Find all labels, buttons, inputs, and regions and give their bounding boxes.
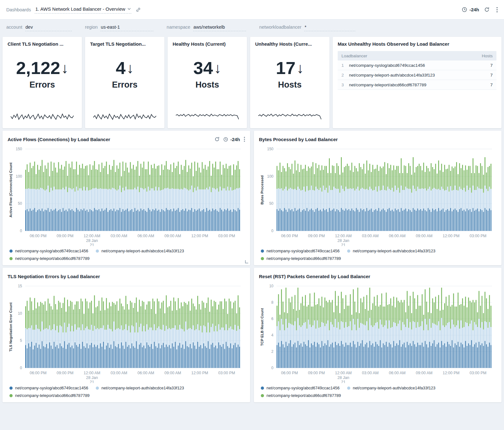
stat-value: 4↓ bbox=[90, 59, 159, 77]
filter-bar: account dev region us-east-1 namespace a… bbox=[0, 20, 504, 34]
series-color-dot bbox=[96, 387, 99, 390]
series-color-dot bbox=[261, 394, 264, 397]
svg-text:06:00 AM: 06:00 AM bbox=[138, 234, 154, 238]
time-range-label: -24h bbox=[469, 7, 479, 12]
svg-text:Active Flow (Connection) Count: Active Flow (Connection) Count bbox=[9, 163, 13, 218]
svg-text:150: 150 bbox=[16, 147, 22, 151]
svg-text:06:00 AM: 06:00 AM bbox=[138, 371, 154, 375]
svg-text:09:00 AM: 09:00 AM bbox=[164, 234, 181, 238]
legend-item[interactable]: net/company-syslog/abcd6749ccac1456 bbox=[9, 386, 88, 390]
stat-unit: Errors bbox=[90, 80, 159, 90]
filter-account-input[interactable]: dev bbox=[25, 25, 72, 31]
clock-icon bbox=[223, 137, 228, 142]
stat-title: Client TLS Negotiation ... bbox=[8, 41, 77, 47]
stats-row: Client TLS Negotiation ... 2,122↓ Errors… bbox=[0, 34, 504, 131]
svg-text:10: 10 bbox=[18, 311, 22, 316]
series-color-dot bbox=[9, 257, 13, 260]
filter-label: namespace bbox=[167, 25, 190, 30]
svg-text:5: 5 bbox=[20, 338, 22, 343]
svg-text:06:00 PM: 06:00 PM bbox=[281, 371, 298, 375]
legend-item[interactable]: net/company-teleport-auth/abcdce14fa33f1… bbox=[96, 386, 184, 390]
legend-label: net/company-teleport-auth/abcdce14fa33f1… bbox=[101, 249, 184, 253]
stat-card-healthy-hosts: Healthy Hosts (Current) 34↓ Hosts bbox=[168, 37, 247, 128]
legend-label: net/company-syslog/abcd6749ccac1456 bbox=[15, 249, 88, 253]
svg-text:0: 0 bbox=[271, 229, 273, 233]
filter-label: region bbox=[85, 25, 98, 30]
stat-title: Unhealthy Hosts (Curre... bbox=[255, 41, 324, 47]
row-index: 2 bbox=[341, 73, 348, 77]
max-unhealthy-hosts-panel: Max Unhealthy Hosts Observed by Load Bal… bbox=[333, 37, 501, 128]
legend-item[interactable]: net/company-teleport/abcd66cdf6787789 bbox=[9, 393, 89, 398]
hosts-value: 7 bbox=[490, 63, 493, 68]
trend-down-icon: ↓ bbox=[61, 60, 68, 76]
dashboard-title-dropdown[interactable]: 1. AWS Network Load Balancer - Overview bbox=[35, 6, 131, 14]
column-header-hosts: Hosts bbox=[482, 54, 493, 58]
svg-text:0: 0 bbox=[20, 366, 22, 370]
svg-text:03:00 PM: 03:00 PM bbox=[470, 234, 487, 238]
svg-text:03:00 AM: 03:00 AM bbox=[111, 234, 127, 238]
column-header-loadbalancer: Loadbalancer bbox=[341, 54, 482, 58]
kebab-menu-icon[interactable] bbox=[244, 137, 245, 142]
trend-down-icon: ↓ bbox=[127, 60, 134, 76]
legend-item[interactable]: net/company-syslog/abcd6749ccac1456 bbox=[9, 249, 88, 253]
legend-item[interactable]: net/company-teleport-auth/abcdce14fa33f1… bbox=[347, 386, 435, 390]
legend-item[interactable]: net/company-syslog/abcd6749ccac1456 bbox=[261, 386, 340, 390]
series-color-dot bbox=[9, 249, 13, 253]
legend-item[interactable]: net/company-teleport-auth/abcdce14fa33f1… bbox=[347, 249, 435, 253]
tls-errors-chart: 05101506:00 PM09:00 PM12:00 AM28 Jan2103… bbox=[8, 282, 245, 383]
stat-sparkline bbox=[11, 113, 74, 120]
svg-text:0: 0 bbox=[20, 229, 22, 233]
panel-time-range-label: -24h bbox=[230, 137, 240, 142]
page-title: 1. AWS Network Load Balancer - Overview bbox=[35, 6, 125, 12]
legend-item[interactable]: net/company-teleport/abcd66cdf6787789 bbox=[261, 256, 341, 261]
legend-item[interactable]: net/company-teleport-auth/abcdce14fa33f1… bbox=[96, 249, 184, 253]
legend-label: net/company-teleport-auth/abcdce14fa33f1… bbox=[353, 386, 435, 390]
table-row[interactable]: 3net/company-teleport/abcd66cdf67877897 bbox=[338, 80, 496, 90]
svg-text:21: 21 bbox=[341, 380, 346, 383]
active-flows-panel: Active Flows (Connections) by Load Balan… bbox=[3, 131, 250, 265]
stat-value: 2,122↓ bbox=[8, 59, 77, 77]
dashboards-breadcrumb[interactable]: Dashboards bbox=[6, 7, 31, 12]
stat-title: Healthy Hosts (Current) bbox=[173, 41, 242, 47]
filter-namespace-input[interactable]: aws/networkelb bbox=[193, 25, 246, 31]
svg-text:06:00 PM: 06:00 PM bbox=[30, 234, 47, 238]
link-icon[interactable] bbox=[136, 7, 141, 12]
table-row[interactable]: 1net/company-syslog/abcd6749ccac14567 bbox=[338, 60, 496, 70]
filter-region-input[interactable]: us-east-1 bbox=[100, 25, 153, 31]
refresh-icon[interactable] bbox=[215, 137, 220, 142]
series-color-dot bbox=[96, 249, 99, 253]
loadbalancer-name: net/company-syslog/abcd6749ccac1456 bbox=[349, 63, 490, 68]
legend-item[interactable]: net/company-teleport/abcd66cdf6787789 bbox=[9, 256, 89, 261]
table-row[interactable]: 2net/company-teleport-auth/abcdce14fa33f… bbox=[338, 70, 496, 80]
filter-label: account bbox=[6, 25, 22, 30]
top-bar: Dashboards 1. AWS Network Load Balancer … bbox=[0, 0, 504, 20]
legend-item[interactable]: net/company-teleport/abcd66cdf6787789 bbox=[261, 393, 341, 398]
resize-handle[interactable] bbox=[245, 260, 248, 263]
svg-text:03:00 AM: 03:00 AM bbox=[362, 371, 379, 375]
unhealthy-hosts-table-body: 1net/company-syslog/abcd6749ccac145672ne… bbox=[338, 60, 496, 90]
svg-text:09:00 PM: 09:00 PM bbox=[57, 234, 74, 238]
svg-text:06:00 AM: 06:00 AM bbox=[389, 234, 406, 238]
stat-unit: Errors bbox=[8, 80, 77, 90]
bytes-processed-chart: 05010015006:00 PM09:00 PM12:00 AM28 Jan2… bbox=[259, 145, 496, 246]
svg-text:09:00 AM: 09:00 AM bbox=[164, 371, 181, 375]
row-index: 1 bbox=[341, 63, 348, 68]
panel-title: Bytes Processed by Load Balancer bbox=[259, 137, 338, 142]
svg-text:6: 6 bbox=[271, 317, 273, 321]
legend-label: net/company-syslog/abcd6749ccac1456 bbox=[266, 386, 340, 390]
kebab-menu-icon[interactable] bbox=[496, 7, 498, 13]
legend-label: net/company-teleport/abcd66cdf6787789 bbox=[266, 393, 341, 398]
filter-networkloadbalancer-input[interactable]: * bbox=[304, 25, 355, 31]
panel-time-range-control[interactable]: -24h bbox=[223, 137, 240, 142]
svg-text:50: 50 bbox=[269, 201, 274, 206]
legend-label: net/company-teleport/abcd66cdf6787789 bbox=[15, 256, 89, 261]
svg-text:12:00 PM: 12:00 PM bbox=[443, 371, 460, 375]
svg-text:150: 150 bbox=[267, 147, 273, 151]
time-range-control[interactable]: -24h bbox=[462, 7, 479, 12]
svg-text:50: 50 bbox=[18, 201, 22, 206]
legend-label: net/company-teleport-auth/abcdce14fa33f1… bbox=[353, 249, 435, 253]
charts-row-2: TLS Negotiation Errors by Load Balancer … bbox=[0, 268, 504, 405]
refresh-icon[interactable] bbox=[484, 7, 490, 12]
legend-item[interactable]: net/company-syslog/abcd6749ccac1456 bbox=[261, 249, 340, 253]
svg-text:28 Jan: 28 Jan bbox=[337, 376, 349, 380]
